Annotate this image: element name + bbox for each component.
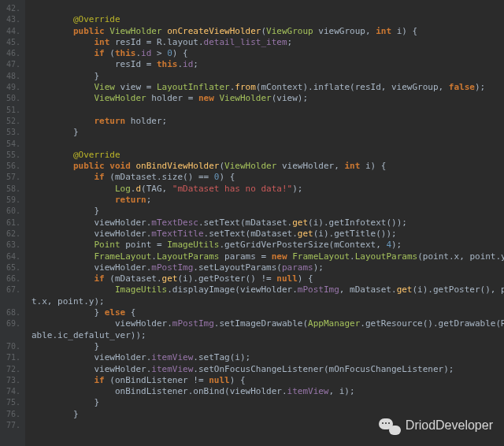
code-line[interactable]: viewHolder.mTextDesc.setText(mDataset.ge… [32, 217, 504, 229]
code-line[interactable] [32, 139, 504, 150]
line-number: 77. [0, 420, 20, 431]
watermark: DriodDeveloper [379, 417, 493, 435]
code-line[interactable]: Log.d(TAG, "mDataset has no data!"); [32, 184, 504, 195]
code-line[interactable]: viewHolder.mPostImg.setLayoutParams(para… [32, 262, 504, 273]
line-number: 76. [0, 409, 20, 420]
line-number: 74. [0, 386, 20, 397]
code-line[interactable]: int resId = R.layout.detail_list_item; [32, 37, 504, 48]
code-line[interactable]: viewHolder.mPostImg.setImageDrawable(App… [32, 318, 504, 329]
line-number: 51. [0, 105, 20, 116]
line-number: 45. [0, 37, 20, 48]
code-line[interactable]: } [32, 127, 504, 138]
code-line[interactable]: onBindListener.onBind(viewHolder.itemVie… [32, 386, 504, 397]
line-number: 72. [0, 364, 20, 375]
code-line[interactable] [32, 3, 504, 14]
line-number: 71. [0, 352, 20, 363]
line-number: 55. [0, 150, 20, 161]
code-line[interactable]: viewHolder.mTextTitle.setText(mDataset.g… [32, 229, 504, 240]
line-number: 66. [0, 273, 20, 284]
code-line[interactable]: } [32, 71, 504, 82]
line-number: 54. [0, 139, 20, 150]
code-area[interactable]: @Override public ViewHolder onCreateView… [25, 0, 504, 446]
line-number: 43. [0, 14, 20, 25]
line-number: 52. [0, 116, 20, 127]
line-number: 62. [0, 229, 20, 240]
line-number: 53. [0, 127, 20, 138]
line-number: 73. [0, 375, 20, 386]
line-number: 59. [0, 195, 20, 206]
code-line[interactable]: able.ic_defalut_ver)); [32, 330, 504, 341]
code-line[interactable]: @Override [32, 14, 504, 25]
watermark-text: DriodDeveloper [406, 420, 493, 431]
line-number: 58. [0, 184, 20, 195]
code-line[interactable]: } [32, 397, 504, 408]
code-line[interactable]: t.x, point.y); [32, 296, 504, 307]
code-line[interactable] [32, 105, 504, 116]
code-line[interactable]: resId = this.id; [32, 59, 504, 70]
line-number: 60. [0, 206, 20, 217]
wechat-icon [379, 417, 401, 435]
line-number: 75. [0, 397, 20, 408]
line-number [0, 330, 20, 341]
code-line[interactable]: viewHolder.itemView.setTag(i); [32, 352, 504, 363]
code-line[interactable]: return holder; [32, 116, 504, 127]
code-line[interactable]: View view = LayoutInflater.from(mContext… [32, 82, 504, 93]
code-line[interactable]: public ViewHolder onCreateViewHolder(Vie… [32, 26, 504, 37]
line-number: 44. [0, 26, 20, 37]
code-line[interactable]: public void onBindViewHolder(ViewHolder … [32, 161, 504, 172]
code-line[interactable]: Point point = ImageUtils.getGridVerPoste… [32, 240, 504, 251]
line-number: 49. [0, 82, 20, 93]
code-line[interactable]: } else { [32, 307, 504, 318]
line-number: 50. [0, 93, 20, 104]
line-number: 67. [0, 284, 20, 295]
line-number: 65. [0, 262, 20, 273]
code-line[interactable]: if (mDataset.size() == 0) { [32, 172, 504, 183]
line-number: 63. [0, 240, 20, 251]
code-line[interactable]: @Override [32, 150, 504, 161]
code-line[interactable]: return; [32, 195, 504, 206]
code-line[interactable]: } [32, 341, 504, 352]
code-line[interactable]: if (mDataset.get(i).getPoster() != null)… [32, 273, 504, 284]
code-line[interactable]: ImageUtils.displayImage(viewHolder.mPost… [32, 284, 504, 295]
line-number-gutter: 42.43.44.45.46.47.48.49.50.51.52.53.54.5… [0, 0, 25, 446]
line-number: 42. [0, 3, 20, 14]
line-number: 47. [0, 59, 20, 70]
line-number: 48. [0, 71, 20, 82]
line-number: 61. [0, 217, 20, 229]
line-number: 57. [0, 172, 20, 183]
line-number [0, 296, 20, 307]
code-line[interactable]: ViewHolder holder = new ViewHolder(view)… [32, 93, 504, 104]
line-number: 68. [0, 307, 20, 318]
code-line[interactable]: if (onBindListener != null) { [32, 375, 504, 386]
code-line[interactable]: } [32, 206, 504, 217]
line-number: 69. [0, 318, 20, 329]
code-line[interactable]: viewHolder.itemView.setOnFocusChangeList… [32, 364, 504, 375]
line-number: 64. [0, 251, 20, 262]
line-number: 46. [0, 48, 20, 59]
code-line[interactable]: FrameLayout.LayoutParams params = new Fr… [32, 251, 504, 262]
code-line[interactable]: if (this.id > 0) { [32, 48, 504, 59]
line-number: 56. [0, 161, 20, 172]
line-number: 70. [0, 341, 20, 352]
